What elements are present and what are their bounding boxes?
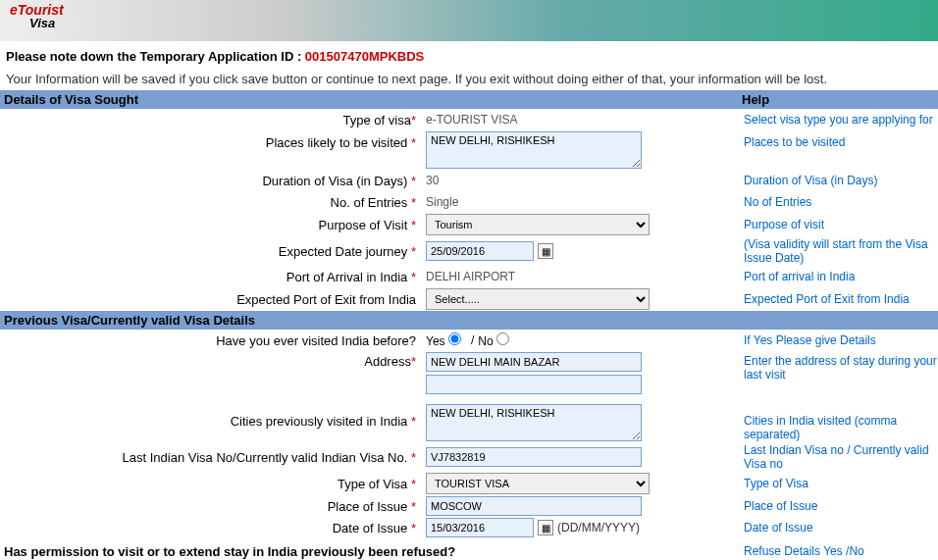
input-place-issue[interactable] [426, 496, 642, 516]
label-type-of-visa: Type of visa* [0, 113, 422, 127]
label-cities-prev: Cities previously visited in India * [0, 404, 422, 429]
help-type-of-visa2[interactable]: Type of Visa [744, 477, 808, 490]
label-places: Places likely to be visited * [0, 131, 422, 150]
select-purpose[interactable]: Tourism [426, 214, 650, 235]
label-last-visa-no: Last Indian Visa No/Currently valid Indi… [0, 450, 422, 465]
value-duration: 30 [426, 174, 439, 187]
input-expected-journey[interactable] [426, 241, 534, 261]
label-purpose: Purpose of Visit * [0, 218, 422, 232]
help-visited-before[interactable]: If Yes Please give Details [744, 333, 876, 347]
help-last-visa-no[interactable]: Last Indian Visa no / Currently valid Vi… [744, 443, 929, 471]
save-info-msg: Your Information will be saved if you cl… [6, 72, 932, 86]
label-port-arrival: Port of Arrival in India * [0, 270, 422, 284]
value-type-of-visa: e-TOURIST VISA [426, 113, 518, 127]
date-format-hint: (DD/MM/YYYY) [557, 521, 640, 535]
select-type-of-visa2[interactable]: TOURIST VISA [426, 473, 650, 494]
value-port-arrival: DELHI AIRPORT [426, 270, 515, 283]
label-port-exit: Expected Port of Exit from India [0, 292, 422, 307]
label-place-issue: Place of Issue * [0, 499, 422, 514]
label-expected-journey: Expected Date journey * [0, 244, 422, 259]
label-visited-before: Have you ever visited India before? [0, 333, 422, 348]
help-port-arrival[interactable]: Port of arrival in India [744, 270, 855, 283]
input-last-visa-no[interactable] [426, 447, 642, 467]
radio-visited-no[interactable] [496, 332, 509, 345]
input-address-1[interactable] [426, 352, 642, 372]
input-places[interactable]: NEW DELHI, RISHIKESH [426, 131, 642, 169]
help-expected-journey: (Visa validity will start from the Visa … [744, 237, 928, 265]
input-cities-prev[interactable]: NEW DELHI, RISHIKESH [426, 404, 642, 441]
help-cities-prev[interactable]: Cities in India visited (comma separated… [744, 414, 897, 441]
select-port-exit[interactable]: Select..... [426, 288, 650, 310]
radio-visited-before: Yes / No [422, 332, 738, 348]
input-address-2[interactable] [426, 375, 642, 394]
help-type-of-visa[interactable]: Select visa type you are applying for [744, 113, 933, 127]
help-places[interactable]: Places to be visited [744, 135, 845, 149]
banner-image: eTourist Visa [0, 0, 938, 41]
help-entries[interactable]: No of Entries [744, 195, 811, 209]
label-date-issue: Date of Issue * [0, 521, 422, 535]
label-entries: No. of Entries * [0, 195, 422, 210]
refused-question: Has permission to visit or to extend sta… [0, 538, 738, 560]
help-duration[interactable]: Duration of Visa (in Days) [744, 174, 878, 187]
section-header-details: Details of Visa Sought Help [0, 90, 938, 109]
temp-id-value: 001507470MPKBDS [305, 49, 424, 64]
help-purpose[interactable]: Purpose of visit [744, 218, 824, 231]
calendar-icon[interactable]: ▦ [538, 520, 553, 535]
help-refused[interactable]: Refuse Details Yes /No [744, 544, 864, 558]
radio-visited-yes[interactable] [448, 332, 461, 345]
logo-bottom: Visa [29, 16, 64, 30]
value-entries: Single [426, 195, 458, 209]
temp-id-line: Please note down the Temporary Applicati… [6, 49, 932, 64]
label-duration: Duration of Visa (in Days) * [0, 174, 422, 188]
notice-block: Please note down the Temporary Applicati… [0, 41, 938, 90]
logo: eTourist Visa [10, 2, 64, 30]
input-date-issue[interactable] [426, 518, 534, 537]
help-date-issue[interactable]: Date of Issue [744, 521, 813, 535]
label-type-of-visa2: Type of Visa * [0, 477, 422, 491]
section-title-details: Details of Visa Sought [4, 92, 742, 107]
section-title-help: Help [742, 92, 934, 107]
temp-id-label: Please note down the Temporary Applicati… [6, 49, 305, 64]
section-header-previous: Previous Visa/Currently valid Visa Detai… [0, 311, 938, 330]
help-port-exit[interactable]: Expected Port of Exit from India [744, 292, 910, 306]
label-address: Address* [0, 352, 422, 369]
help-address[interactable]: Enter the address of stay during your la… [744, 354, 937, 382]
help-place-issue[interactable]: Place of Issue [744, 499, 817, 513]
calendar-icon[interactable]: ▦ [538, 243, 553, 259]
section-title-previous: Previous Visa/Currently valid Visa Detai… [4, 313, 742, 328]
